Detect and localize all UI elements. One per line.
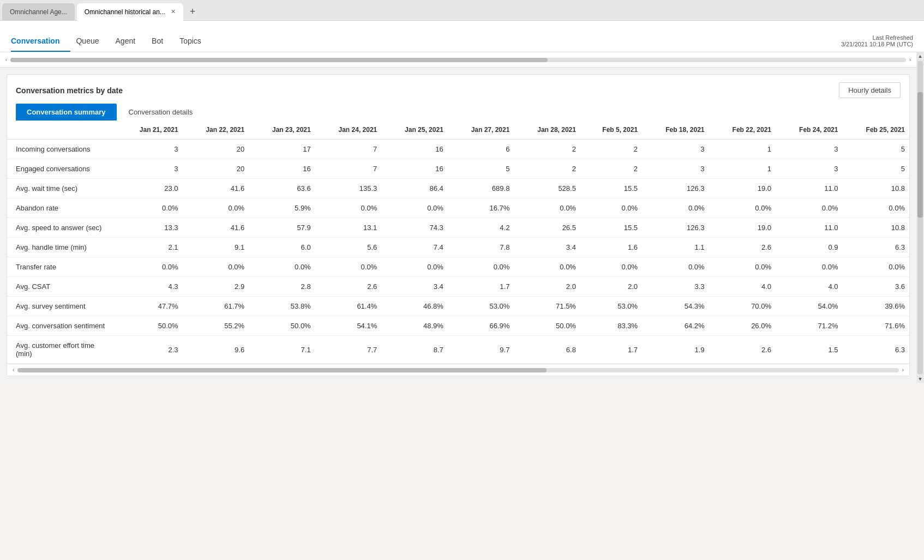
nav-tab-bot[interactable]: Bot [152,21,174,52]
cell-value: 53.8% [249,297,315,316]
scrollbar-track-vertical[interactable] [917,61,923,374]
cell-value: 4.3 [116,277,183,297]
bottom-scrollbar[interactable]: ‹ › [7,364,909,376]
scroll-left-arrow[interactable]: ‹ [5,57,7,63]
browser-tab-2[interactable]: Omnichannel historical an... ✕ [77,3,183,21]
metric-label: Incoming conversations [7,140,116,159]
scroll-track-top[interactable] [10,58,905,62]
cell-value: 16.7% [448,198,514,218]
sub-tab-summary[interactable]: Conversation summary [16,104,117,121]
cell-value: 3 [642,140,709,159]
col-header-11: Feb 25, 2021 [842,121,909,140]
col-header-9: Feb 22, 2021 [709,121,776,140]
cell-value: 9.1 [183,238,249,257]
close-icon[interactable]: ✕ [171,8,176,15]
cell-value: 50.0% [249,316,315,336]
cell-value: 2.8 [249,277,315,297]
cell-value: 0.0% [642,257,709,277]
cell-value: 0.0% [315,257,382,277]
cell-value: 0.0% [315,198,382,218]
nav-tab-agent[interactable]: Agent [116,21,147,52]
main-nav: Conversation Queue Agent Bot Topics [11,21,218,52]
metric-label: Engaged conversations [7,159,116,179]
col-header-6: Jan 28, 2021 [514,121,580,140]
browser-tab-1[interactable]: Omnichannel Age... [2,3,75,21]
cell-value: 2.6 [709,238,776,257]
cell-value: 16 [381,140,448,159]
table-row: Avg. CSAT4.32.92.82.63.41.72.02.03.34.04… [7,277,909,297]
cell-value: 71.5% [514,297,580,316]
cell-value: 86.4 [381,179,448,198]
table-header-row: Jan 21, 2021 Jan 22, 2021 Jan 23, 2021 J… [7,121,909,140]
scrollbar-thumb-vertical [917,92,923,218]
metric-label: Avg. customer effort time (min) [7,336,116,364]
cell-value: 0.0% [776,257,842,277]
cell-value: 0.0% [709,198,776,218]
col-header-0: Jan 21, 2021 [116,121,183,140]
browser-tab-bar: Omnichannel Age... Omnichannel historica… [0,0,924,21]
cell-value: 5.9% [249,198,315,218]
cell-value: 71.2% [776,316,842,336]
nav-tab-conversation[interactable]: Conversation [11,21,70,52]
cell-value: 70.0% [709,297,776,316]
table-row: Avg. speed to answer (sec)13.341.657.913… [7,218,909,238]
col-header-7: Feb 5, 2021 [580,121,642,140]
cell-value: 71.6% [842,316,909,336]
cell-value: 0.9 [776,238,842,257]
sub-tab-details[interactable]: Conversation details [118,104,204,121]
top-scrollbar[interactable]: ‹ › [0,52,916,68]
cell-value: 7 [315,159,382,179]
cell-value: 2 [580,140,642,159]
card-title: Conversation metrics by date [16,86,123,95]
table-row: Avg. customer effort time (min)2.39.67.1… [7,336,909,364]
card-header: Conversation metrics by date Hourly deta… [7,75,909,104]
hourly-details-button[interactable]: Hourly details [839,82,901,98]
nav-tab-queue[interactable]: Queue [76,21,110,52]
metric-label: Avg. CSAT [7,277,116,297]
cell-value: 3.6 [842,277,909,297]
cell-value: 17 [249,140,315,159]
cell-value: 10.8 [842,179,909,198]
new-tab-button[interactable]: + [187,5,199,19]
cell-value: 6.0 [249,238,315,257]
table-row: Transfer rate0.0%0.0%0.0%0.0%0.0%0.0%0.0… [7,257,909,277]
cell-value: 61.4% [315,297,382,316]
metric-column-header [7,121,116,140]
cell-value: 46.8% [381,297,448,316]
cell-value: 0.0% [580,198,642,218]
cell-value: 7.1 [249,336,315,364]
bottom-scroll-right-arrow[interactable]: › [902,367,904,373]
cell-value: 3.3 [642,277,709,297]
scroll-right-arrow[interactable]: › [909,57,911,63]
metrics-table: Jan 21, 2021 Jan 22, 2021 Jan 23, 2021 J… [7,121,909,364]
metric-label: Avg. survey sentiment [7,297,116,316]
cell-value: 7.4 [381,238,448,257]
cell-value: 66.9% [448,316,514,336]
nav-tab-topics[interactable]: Topics [179,21,212,52]
scroll-track-bottom[interactable] [17,368,898,372]
cell-value: 0.0% [709,257,776,277]
right-scrollbar[interactable]: ▲ ▼ [916,52,924,383]
tab2-label: Omnichannel historical an... [85,8,165,16]
cell-value: 2.3 [116,336,183,364]
bottom-scroll-left-arrow[interactable]: ‹ [13,367,14,373]
cell-value: 1.7 [448,277,514,297]
col-header-10: Feb 24, 2021 [776,121,842,140]
metric-label: Avg. wait time (sec) [7,179,116,198]
metric-label: Avg. handle time (min) [7,238,116,257]
cell-value: 3 [776,159,842,179]
table-row: Avg. conversation sentiment50.0%55.2%50.… [7,316,909,336]
col-header-3: Jan 24, 2021 [315,121,382,140]
scroll-down-arrow[interactable]: ▼ [916,375,924,383]
cell-value: 2 [580,159,642,179]
cell-value: 0.0% [116,198,183,218]
cell-value: 2.6 [315,277,382,297]
sub-tab-bar: Conversation summary Conversation detail… [7,104,909,121]
cell-value: 54.3% [642,297,709,316]
cell-value: 54.1% [315,316,382,336]
cell-value: 20 [183,159,249,179]
cell-value: 0.0% [448,257,514,277]
scroll-up-arrow[interactable]: ▲ [916,52,924,60]
cell-value: 1.6 [580,238,642,257]
cell-value: 53.0% [448,297,514,316]
